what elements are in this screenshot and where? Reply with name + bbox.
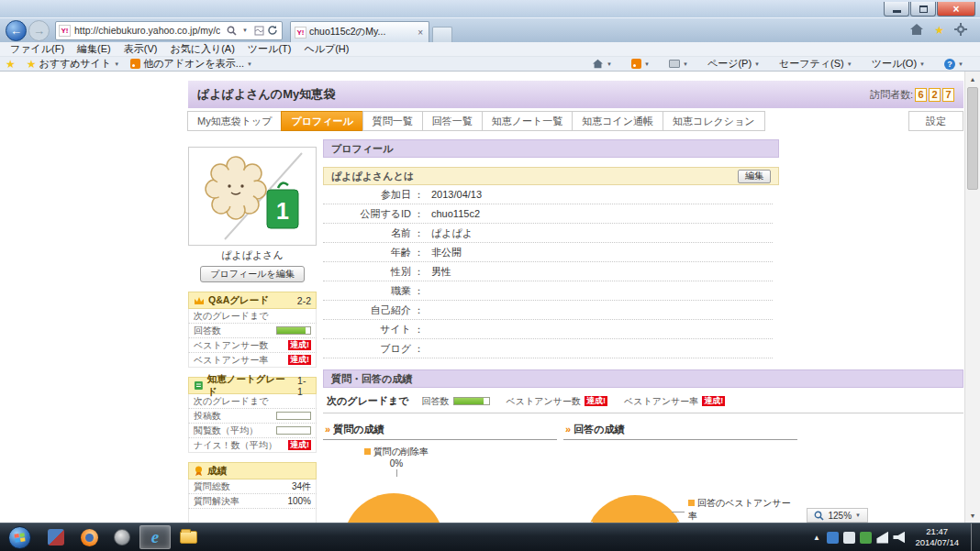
edit-profile-button[interactable]: プロフィールを編集 bbox=[200, 266, 305, 282]
home-menu-button[interactable]: ▼ bbox=[592, 59, 612, 69]
site-favicon: Y! bbox=[59, 25, 71, 37]
print-button[interactable]: ▼ bbox=[669, 60, 688, 68]
url-text[interactable]: http://chiebukuro.yahoo.co.jp/my/chuo115… bbox=[74, 25, 220, 36]
tab-notes[interactable]: 知恵ノート一覧 bbox=[482, 111, 574, 131]
compatibility-view-icon[interactable] bbox=[252, 24, 265, 37]
chevron-icon: » bbox=[565, 424, 571, 435]
magnifier-icon bbox=[814, 511, 824, 521]
pie-value-text: 0% bbox=[341, 458, 451, 468]
back-button[interactable]: ← bbox=[6, 20, 27, 41]
menu-favorites[interactable]: お気に入り(A) bbox=[163, 42, 240, 56]
zoom-level: 125% bbox=[828, 511, 852, 521]
volume-icon[interactable] bbox=[893, 532, 905, 544]
close-icon: × bbox=[952, 3, 959, 16]
browser-tab[interactable]: Y! chuo115c2のMy... × bbox=[290, 21, 429, 42]
more-addons-button[interactable]: 他のアドオンを表示... ▼ bbox=[130, 57, 252, 71]
scrollbar-thumb[interactable] bbox=[967, 87, 978, 190]
minimize-button[interactable] bbox=[884, 2, 909, 17]
favorites-star-icon[interactable]: ★ bbox=[934, 24, 944, 37]
more-addons-label: 他のアドオンを表示... bbox=[143, 57, 244, 71]
tab-close-icon[interactable]: × bbox=[416, 28, 425, 38]
view-count-label: 閲覧数（平均） bbox=[194, 424, 258, 437]
menu-file[interactable]: ファイル(F) bbox=[4, 42, 71, 56]
ime-icon[interactable] bbox=[843, 532, 855, 544]
note-grade-level: 1-1 bbox=[297, 375, 311, 397]
best-answer-count-label: ベストアンサー数 bbox=[507, 395, 581, 408]
add-favorite-button[interactable]: ★ bbox=[6, 58, 16, 71]
home-icon[interactable] bbox=[909, 23, 924, 38]
tab-collection[interactable]: 知恵コレクション bbox=[663, 111, 765, 131]
chevron-down-icon: ▼ bbox=[114, 61, 119, 67]
row-value: 男性 bbox=[431, 265, 451, 279]
taskbar-firefox[interactable] bbox=[73, 525, 105, 549]
address-bar[interactable]: Y! http://chiebukuro.yahoo.co.jp/my/chuo… bbox=[55, 21, 283, 40]
tab-profile[interactable]: プロフィール bbox=[281, 111, 362, 131]
network-icon[interactable] bbox=[876, 532, 888, 544]
scroll-up-icon[interactable]: ▲ bbox=[965, 72, 980, 86]
answer-results-header: »回答の成績 bbox=[563, 421, 797, 440]
start-button[interactable] bbox=[8, 526, 31, 549]
favorites-bar: ★ ★ おすすめサイト ▼ 他のアドオンを表示... ▼ ▼ ▼ ▼ ページ(P… bbox=[0, 57, 980, 72]
qa-grade-box: Q&Aグレード 2-2 次のグレードまで 回答数 ベストアンサー数 達成! ベス… bbox=[188, 292, 317, 368]
taskbar-clock[interactable]: 21:47 2014/07/14 bbox=[915, 526, 959, 548]
vertical-scrollbar[interactable]: ▲ ▼ bbox=[964, 72, 980, 523]
achieved-badge: 達成! bbox=[288, 340, 311, 350]
windows-flag-icon bbox=[14, 533, 25, 542]
edit-button[interactable]: 編集 bbox=[738, 170, 771, 183]
menu-help[interactable]: ヘルプ(H) bbox=[297, 42, 355, 56]
gear-icon[interactable] bbox=[954, 23, 967, 38]
safety-menu-button[interactable]: セーフティ(S)▼ bbox=[779, 57, 852, 71]
avatar-name: ぱよぱよさん bbox=[188, 248, 317, 262]
close-button[interactable]: × bbox=[937, 2, 975, 17]
forward-button[interactable]: → bbox=[28, 20, 50, 41]
legend-swatch bbox=[364, 448, 371, 455]
row-value: 非公開 bbox=[431, 246, 462, 259]
chevron-down-icon: ▼ bbox=[607, 61, 612, 67]
taskbar-explorer[interactable] bbox=[173, 525, 204, 549]
tab-settings[interactable]: 設定 bbox=[908, 111, 963, 131]
best-answer-rate-label: ベストアンサー率 bbox=[624, 395, 698, 408]
scroll-down-icon[interactable]: ▼ bbox=[965, 508, 980, 523]
taskbar-internet-explorer[interactable]: e bbox=[139, 525, 171, 549]
maximize-button[interactable] bbox=[910, 2, 936, 17]
taskbar: e ▲ 21:47 2014/07/14 bbox=[0, 523, 980, 551]
profile-sidebar: 1 ぱよぱよさん プロフィールを編集 Q&Aグレード 2-2 次のグレードまで … bbox=[188, 147, 317, 523]
menu-tools[interactable]: ツール(T) bbox=[241, 42, 298, 56]
row-label: 参加日 ： bbox=[323, 188, 424, 202]
page-title: ぱよぱよさんのMy知恵袋 bbox=[197, 86, 335, 103]
menu-edit[interactable]: 編集(E) bbox=[71, 42, 117, 56]
taskbar-webcam-app[interactable] bbox=[106, 525, 138, 549]
feed-button[interactable]: ▼ bbox=[631, 59, 650, 69]
hidden-icons-button[interactable]: ▲ bbox=[810, 532, 822, 544]
help-menu-button[interactable]: ?▼ bbox=[944, 59, 963, 70]
menu-view[interactable]: 表示(V) bbox=[117, 42, 164, 56]
search-icon[interactable] bbox=[225, 24, 238, 37]
window-controls: × bbox=[883, 2, 975, 17]
tray-app-icon[interactable] bbox=[827, 532, 839, 544]
chevron-down-icon: ▼ bbox=[754, 61, 760, 67]
profile-row-self-intro: 自己紹介 ： bbox=[323, 301, 773, 320]
taskbar-app-1[interactable] bbox=[40, 525, 72, 549]
refresh-icon[interactable] bbox=[266, 24, 279, 37]
tab-answers[interactable]: 回答一覧 bbox=[422, 111, 483, 131]
tools-menu-button[interactable]: ツール(O)▼ bbox=[872, 57, 925, 71]
chevron-down-icon: ▼ bbox=[247, 61, 252, 67]
page-menu-button[interactable]: ページ(P)▼ bbox=[707, 57, 760, 71]
suggested-sites-button[interactable]: ★ おすすめサイト ▼ bbox=[27, 57, 120, 71]
new-tab-button[interactable] bbox=[432, 27, 452, 42]
answer-count-label: 回答数 bbox=[422, 395, 450, 408]
address-dropdown-icon[interactable]: ▼ bbox=[239, 24, 251, 37]
visitor-digit: 2 bbox=[929, 88, 941, 102]
rss-feed-icon bbox=[631, 59, 641, 69]
maximize-icon bbox=[919, 6, 928, 13]
tab-questions[interactable]: 質問一覧 bbox=[362, 111, 423, 131]
page-viewport: ぱよぱよさんのMy知恵袋 訪問者数: 6 2 7 My知恵袋トップ プロフィール… bbox=[0, 72, 980, 523]
tab-my-top[interactable]: My知恵袋トップ bbox=[187, 111, 282, 131]
security-icon[interactable] bbox=[860, 532, 872, 544]
zoom-control[interactable]: 125% ▼ bbox=[807, 508, 868, 523]
row-label: 職業 ： bbox=[323, 284, 424, 298]
answer-pie-area: 回答のベストアンサー率 34% bbox=[563, 440, 797, 523]
show-desktop-button[interactable] bbox=[971, 523, 980, 551]
qa-grade-level: 2-2 bbox=[297, 295, 311, 306]
tab-coin-passbook[interactable]: 知恵コイン通帳 bbox=[572, 111, 663, 131]
